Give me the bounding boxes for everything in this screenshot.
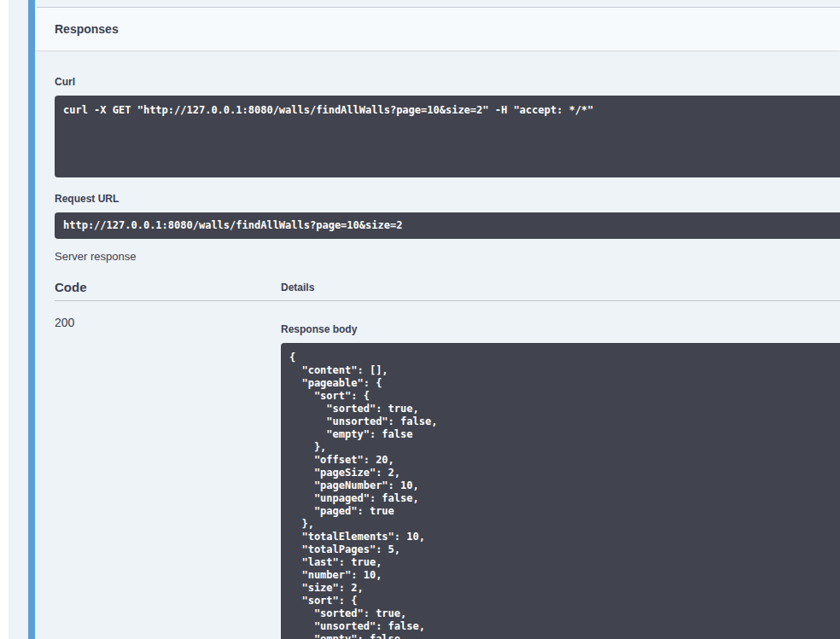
request-url-value[interactable]: http://127.0.0.1:8080/walls/findAllWalls… xyxy=(55,212,840,239)
swagger-responses-view: Responses Curl curl -X GET "http://127.0… xyxy=(0,0,840,639)
details-column-header: Details xyxy=(281,282,314,293)
responses-title: Responses xyxy=(55,22,119,36)
responses-section: Responses Curl curl -X GET "http://127.0… xyxy=(35,0,840,639)
get-operation-accent-bar xyxy=(28,0,35,639)
server-response-label: Server response xyxy=(55,250,136,263)
curl-command-block[interactable]: curl -X GET "http://127.0.0.1:8080/walls… xyxy=(55,96,840,177)
table-header-divider xyxy=(55,300,840,301)
code-column-header: Code xyxy=(55,280,87,294)
response-body-label: Response body xyxy=(281,323,357,335)
response-body-block[interactable]: { "content": [], "pageable": { "sort": {… xyxy=(281,343,840,639)
curl-label: Curl xyxy=(55,76,75,88)
request-url-label: Request URL xyxy=(55,193,119,205)
response-status-code: 200 xyxy=(55,316,74,329)
responses-header: Responses xyxy=(35,8,840,50)
